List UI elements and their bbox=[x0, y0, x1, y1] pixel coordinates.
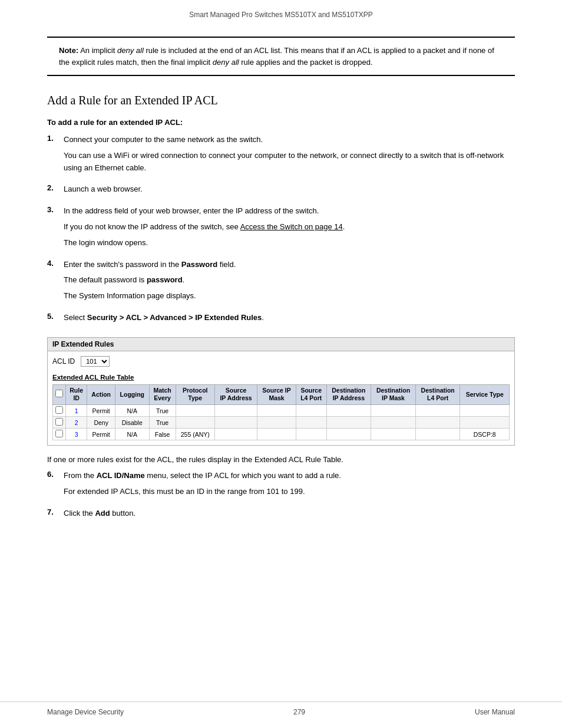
step-list-cont: 6. From the ACL ID/Name menu, select the… bbox=[47, 470, 515, 523]
footer-center: 279 bbox=[124, 708, 475, 716]
row3-service: DSCP:8 bbox=[460, 429, 510, 440]
row3-dest-l4 bbox=[415, 429, 460, 440]
row3-source-mask bbox=[257, 429, 296, 440]
panel-body: ACL ID 101 Extended ACL Rule Table RuleI… bbox=[48, 351, 514, 445]
row3-checkbox-cell bbox=[53, 429, 66, 440]
step-6-main: From the ACL ID/Name menu, select the IP… bbox=[64, 470, 515, 482]
col-rule-id: RuleID bbox=[66, 384, 87, 404]
step-2-num: 2. bbox=[47, 183, 59, 199]
row3-rule-id: 3 bbox=[66, 429, 87, 440]
step-6: 6. From the ACL ID/Name menu, select the… bbox=[47, 470, 515, 502]
rules-table: RuleID Action Logging MatchEvery Protoco… bbox=[52, 384, 510, 440]
row2-dest-ip bbox=[326, 417, 371, 429]
after-table-text: If one or more rules exist for the ACL, … bbox=[47, 455, 515, 464]
step-4-content: Enter the switch's password in the Passw… bbox=[64, 259, 515, 306]
row3-action: Permit bbox=[87, 429, 115, 440]
col-protocol-type: ProtocolType bbox=[176, 384, 214, 404]
table-row: 1 Permit N/A True bbox=[53, 405, 510, 417]
col-dest-l4: DestinationL4 Port bbox=[415, 384, 460, 404]
step-2-main: Launch a web browser. bbox=[64, 183, 515, 196]
subsection-title: To add a rule for an extended IP ACL: bbox=[47, 118, 515, 127]
col-checkbox bbox=[53, 384, 66, 404]
col-source-mask: Source IPMask bbox=[257, 384, 296, 404]
header-title: Smart Managed Pro Switches MS510TX and M… bbox=[189, 11, 372, 19]
row1-match-every: True bbox=[149, 405, 176, 417]
row1-service bbox=[460, 405, 510, 417]
row2-dest-mask bbox=[371, 417, 416, 429]
step-3-num: 3. bbox=[47, 205, 59, 252]
row1-action: Permit bbox=[87, 405, 115, 417]
row1-source-ip bbox=[214, 405, 257, 417]
note-box: Note: An implicit deny all rule is inclu… bbox=[47, 37, 515, 76]
page-content: Note: An implicit deny all rule is inclu… bbox=[0, 25, 562, 564]
row3-source-l4 bbox=[296, 429, 326, 440]
ip-extended-rules-panel: IP Extended Rules ACL ID 101 Extended AC… bbox=[47, 337, 515, 446]
row3-checkbox[interactable] bbox=[55, 430, 63, 437]
row2-rule-link[interactable]: 2 bbox=[75, 419, 78, 426]
row3-dest-ip bbox=[326, 429, 371, 440]
acl-id-select[interactable]: 101 bbox=[81, 356, 110, 367]
section-title: Add a Rule for an Extended IP ACL bbox=[47, 94, 515, 107]
step-3-sub2: The login window opens. bbox=[64, 237, 515, 249]
row2-service bbox=[460, 417, 510, 429]
acl-id-row: ACL ID 101 bbox=[52, 356, 510, 367]
table-header-row: RuleID Action Logging MatchEvery Protoco… bbox=[53, 384, 510, 404]
row1-checkbox-cell bbox=[53, 405, 66, 417]
row3-rule-link[interactable]: 3 bbox=[75, 431, 78, 438]
step-2: 2. Launch a web browser. bbox=[47, 183, 515, 199]
step-4-sub2: The System Information page displays. bbox=[64, 290, 515, 302]
col-source-ip: SourceIP Address bbox=[214, 384, 257, 404]
access-switch-link[interactable]: Access the Switch on page 14 bbox=[240, 222, 343, 231]
step-4: 4. Enter the switch's password in the Pa… bbox=[47, 259, 515, 306]
select-all-checkbox[interactable] bbox=[55, 390, 63, 397]
row2-dest-l4 bbox=[415, 417, 460, 429]
row3-dest-mask bbox=[371, 429, 416, 440]
step-7-main: Click the Add button. bbox=[64, 508, 515, 520]
row2-checkbox-cell bbox=[53, 417, 66, 429]
note-text: An implicit deny all rule is included at… bbox=[59, 46, 494, 67]
note-label: Note: bbox=[59, 46, 78, 55]
row2-source-ip bbox=[214, 417, 257, 429]
row3-protocol: 255 (ANY) bbox=[176, 429, 214, 440]
row1-protocol bbox=[176, 405, 214, 417]
row3-match-every: False bbox=[149, 429, 176, 440]
step-1-num: 1. bbox=[47, 134, 59, 177]
step-6-sub: For extended IP ACLs, this must be an ID… bbox=[64, 486, 515, 498]
step-4-main: Enter the switch's password in the Passw… bbox=[64, 259, 515, 271]
footer-left: Manage Device Security bbox=[47, 708, 124, 716]
step-2-content: Launch a web browser. bbox=[64, 183, 515, 199]
col-dest-ip: DestinationIP Address bbox=[326, 384, 371, 404]
step-5-num: 5. bbox=[47, 312, 59, 328]
step-4-default-password: password bbox=[147, 275, 183, 284]
step-3-sub1: If you do not know the IP address of the… bbox=[64, 221, 515, 233]
page-header: Smart Managed Pro Switches MS510TX and M… bbox=[0, 0, 562, 25]
step-1-main: Connect your computer to the same networ… bbox=[64, 134, 515, 146]
step-5-menu-path: Security > ACL > Advanced > IP Extended … bbox=[87, 313, 262, 322]
row2-source-mask bbox=[257, 417, 296, 429]
step-5-content: Select Security > ACL > Advanced > IP Ex… bbox=[64, 312, 515, 328]
step-1: 1. Connect your computer to the same net… bbox=[47, 134, 515, 177]
step-4-sub1: The default password is password. bbox=[64, 274, 515, 286]
row1-checkbox[interactable] bbox=[55, 406, 63, 414]
row3-source-ip bbox=[214, 429, 257, 440]
col-source-l4: SourceL4 Port bbox=[296, 384, 326, 404]
step-6-bold: ACL ID/Name bbox=[97, 471, 145, 480]
col-logging: Logging bbox=[115, 384, 149, 404]
step-1-sub: You can use a WiFi or wired connection t… bbox=[64, 150, 515, 174]
step-1-content: Connect your computer to the same networ… bbox=[64, 134, 515, 177]
step-7-content: Click the Add button. bbox=[64, 508, 515, 523]
table-body: 1 Permit N/A True bbox=[53, 405, 510, 440]
step-4-num: 4. bbox=[47, 259, 59, 306]
row2-checkbox[interactable] bbox=[55, 418, 63, 426]
row1-dest-mask bbox=[371, 405, 416, 417]
row1-rule-link[interactable]: 1 bbox=[75, 407, 78, 414]
step-3: 3. In the address field of your web brow… bbox=[47, 205, 515, 252]
row1-logging: N/A bbox=[115, 405, 149, 417]
row1-dest-l4 bbox=[415, 405, 460, 417]
col-match-every: MatchEvery bbox=[149, 384, 176, 404]
row2-rule-id: 2 bbox=[66, 417, 87, 429]
table-section-title: Extended ACL Rule Table bbox=[52, 374, 510, 381]
step-6-num: 6. bbox=[47, 470, 59, 502]
row1-dest-ip bbox=[326, 405, 371, 417]
step-7-add-bold: Add bbox=[95, 509, 110, 518]
